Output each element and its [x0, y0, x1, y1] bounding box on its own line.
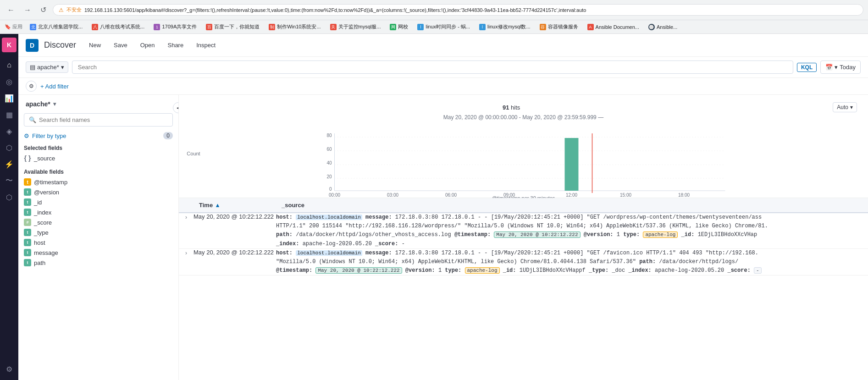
field-item-index[interactable]: t _index [18, 207, 178, 217]
expand-row-button-2[interactable]: › [183, 249, 189, 257]
field-item-message[interactable]: t message [18, 248, 178, 258]
bookmark-container[interactable]: 容 容器镜像服务 [536, 22, 582, 31]
rail-settings-icon[interactable]: ⚙ [2, 362, 17, 376]
field-item-path[interactable]: t path [18, 258, 178, 268]
bookmark-1709a[interactable]: 1 1709A共享文件 [150, 22, 200, 31]
top-bar: D Discover New Save Open Share Inspect [18, 34, 868, 57]
filter-by-type-row: ⚙ Filter by type 0 [18, 130, 178, 143]
row-expand-cell-1[interactable]: › [179, 213, 194, 248]
histogram-bar [565, 138, 579, 191]
bookmark-favicon-4: 百 [206, 24, 212, 30]
insecure-label: 不安全 [66, 6, 82, 13]
field-item-host[interactable]: t host [18, 237, 178, 248]
kibana-logo[interactable]: K [2, 38, 17, 52]
source-val-message-1: 172.18.0.3:80 172.18.0.1 - - [19/May/202… [395, 214, 762, 220]
chart-container[interactable]: 80 60 40 20 0 [190, 124, 857, 198]
bookmark-ansible[interactable]: A Ansible Documen... [584, 23, 643, 31]
source-val-http-1: HTTP/1.1" 200 115144 "http://192.168.116… [276, 223, 768, 229]
source-val-type-2: apache-log [465, 267, 500, 274]
bookmark-mysql[interactable]: 关 关于监控mysql服... [326, 22, 385, 31]
bookmark-favicon-5: 制 [269, 24, 275, 30]
bookmark-win10[interactable]: 制 制作Win10系统安... [265, 22, 324, 31]
message-field-name: message [34, 249, 58, 256]
field-item-version[interactable]: t @version [18, 187, 178, 197]
timestamp-field-icon: t [24, 178, 31, 186]
search-input-wrapper[interactable] [72, 61, 793, 74]
filter-by-type-label: Filter by type [32, 132, 66, 139]
field-item-type[interactable]: t _type [18, 227, 178, 237]
source-val-path-2: /data/docker/httpd/logs/ [659, 259, 738, 265]
chevron-down-icon: ▾ [835, 64, 838, 71]
bookmark-wangxiao[interactable]: 网 网校 [386, 22, 412, 31]
bookmark-baweidaxue[interactable]: 北 北京八维集团学院... [26, 22, 86, 31]
source-val-host-2: localhost.localdomain [296, 250, 362, 256]
share-button[interactable]: Share [164, 40, 187, 50]
bookmark-favicon-9: l [479, 24, 486, 30]
rail-dashboard-icon[interactable]: ▦ [2, 107, 17, 122]
save-button[interactable]: Save [110, 40, 131, 50]
main-content: D Discover New Save Open Share Inspect ▤… [18, 34, 868, 380]
source-key-path-2: path: [639, 259, 656, 265]
time-col-header[interactable]: Time ▴ [194, 198, 276, 213]
rail-visualize-icon[interactable]: 📊 [2, 91, 17, 105]
date-picker-button[interactable]: 📅 ▾ Today [820, 61, 861, 74]
bookmark-favicon-11: A [587, 24, 594, 30]
search-fields-input[interactable] [39, 116, 168, 123]
index-field-name: _index [34, 209, 51, 216]
expand-row-button-1[interactable]: › [183, 213, 189, 221]
sidebar-collapse-button[interactable]: ◀ [173, 102, 179, 113]
source-val-ts-2: May 20, 2020 @ 10:22:12.222 [315, 267, 402, 274]
discover-app-icon: D [26, 39, 39, 52]
source-field-icon: { } [24, 154, 31, 162]
field-item-source[interactable]: { } _source [18, 153, 178, 163]
svg-text:12:00: 12:00 [566, 193, 577, 198]
open-button[interactable]: Open [137, 40, 159, 50]
score-field-icon: # [24, 219, 31, 226]
interval-selector[interactable]: Auto ▾ [833, 102, 857, 112]
filter-by-type-button[interactable]: ⚙ Filter by type [24, 132, 66, 139]
field-item-timestamp[interactable]: t @timestamp [18, 177, 178, 187]
version-field-icon: t [24, 188, 31, 196]
source-val-message-2: 172.18.0.3:80 172.18.0.1 - - [19/May/202… [395, 250, 758, 256]
source-val-id-2: 1UDjL3IBHdoXXcVHappf [520, 267, 586, 274]
field-item-id[interactable]: t _id [18, 197, 178, 207]
field-item-score[interactable]: # _score [18, 217, 178, 227]
index-pattern-header[interactable]: apache* ▾ [18, 95, 178, 111]
bookmark-baidu[interactable]: 百 百度一下，你就知道 [202, 22, 263, 31]
source-key-message-2: message: [365, 250, 392, 256]
source-val-ts-1: May 20, 2020 @ 10:22:12.222 [494, 231, 580, 238]
histogram-chart[interactable]: 80 60 40 20 0 [190, 129, 857, 198]
reload-button[interactable]: ↺ [38, 4, 49, 16]
path-field-name: path [34, 259, 45, 266]
bookmark-timesync[interactable]: l linux时间同步 - 蜗... [414, 22, 474, 31]
rail-timelion-icon[interactable]: 〜 [2, 173, 17, 188]
rail-metrics-icon[interactable]: ⬡ [2, 190, 17, 204]
index-field-icon: t [24, 209, 31, 216]
bookmark-exam[interactable]: 八 八维在线考试系统... [88, 22, 148, 31]
icon-rail: K ⌂ ◎ 📊 ▦ ◈ ⬡ ⚡ 〜 ⬡ ⚙ [0, 34, 18, 380]
filter-bar: ⚙ + Add filter [18, 78, 868, 95]
back-button[interactable]: ← [5, 4, 17, 16]
new-button[interactable]: New [85, 40, 105, 50]
address-bar[interactable]: ⚠ 不安全 192.168.116.130:5601/app/kibana#/d… [53, 4, 863, 16]
forward-button[interactable]: → [21, 4, 34, 16]
host-field-name: host [34, 239, 45, 246]
rail-canvas-icon[interactable]: ◈ [2, 124, 17, 138]
rail-home-icon[interactable]: ⌂ [2, 58, 17, 72]
index-pattern-selector[interactable]: ▤ apache* ▾ [26, 61, 68, 73]
rail-ml-icon[interactable]: ⚡ [2, 157, 17, 171]
rail-maps-icon[interactable]: ⬡ [2, 140, 17, 155]
bookmark-mysql2[interactable]: l linux修改mysql数... [475, 22, 534, 31]
filter-options-button[interactable]: ⚙ [26, 81, 37, 92]
row-expand-cell-2[interactable]: › [179, 248, 194, 275]
bookmark-ansible2[interactable]: ⚪ Ansible... [645, 23, 681, 31]
results-area[interactable]: Time ▴ _source › [179, 198, 868, 380]
filter-type-icon: ⚙ [24, 132, 29, 139]
source-val-index-2: apache-log-2020.05.20 [655, 267, 724, 274]
rail-discover-icon[interactable]: ◎ [2, 74, 17, 89]
search-fields-wrapper[interactable]: 🔍 [24, 113, 173, 127]
inspect-button[interactable]: Inspect [193, 40, 219, 50]
search-input[interactable] [78, 64, 787, 71]
kql-badge[interactable]: KQL [797, 63, 817, 72]
add-filter-button[interactable]: + Add filter [40, 83, 69, 90]
